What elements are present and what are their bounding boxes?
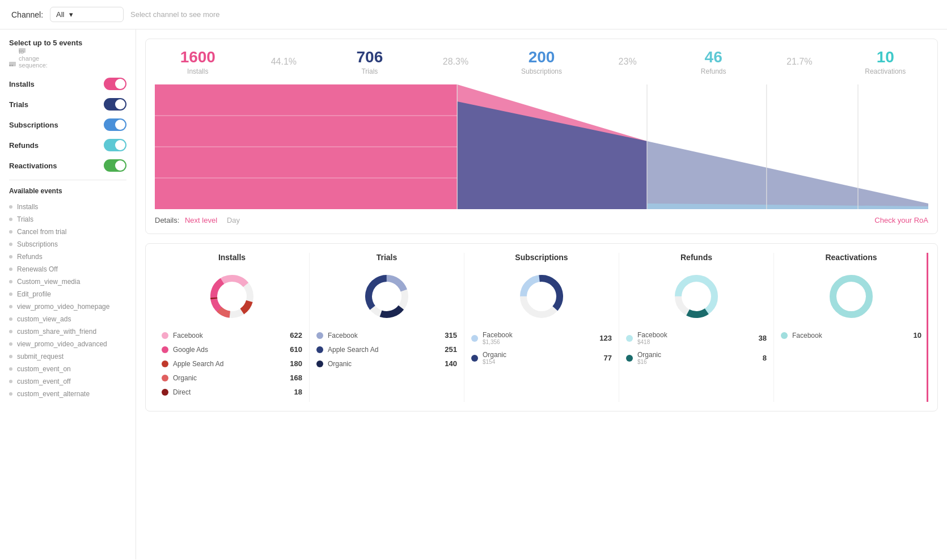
next-level-link[interactable]: Next level (185, 216, 217, 224)
color-dot-3-0 (626, 335, 633, 342)
breakdown-name-1-0: Facebook (328, 332, 358, 340)
svg-point-29 (833, 278, 869, 315)
breakdown-col-subscriptions: Subscriptions Facebook $1,356 123 Organi… (464, 253, 619, 402)
available-events-title: Available events (9, 187, 126, 195)
color-dot-4-0 (781, 332, 788, 339)
breakdown-row-0-1: Google Ads 610 (162, 345, 302, 354)
breakdown-grid: Installs Facebook 622 Google Ads 610 (155, 253, 928, 402)
metric-label-0: Installs (155, 67, 241, 75)
breakdown-title-3: Refunds (626, 253, 767, 262)
metric-block-2: 706 Trials (327, 48, 413, 75)
breakdown-sub-2-0: $1,356 (483, 339, 513, 345)
available-event-renewals-off[interactable]: Renewals Off (9, 263, 126, 275)
top-bar: Channel: All ▾ Select channel to see mor… (0, 0, 947, 29)
available-event-custom_event_alternate[interactable]: custom_event_alternate (9, 388, 126, 400)
available-event-submit_request[interactable]: submit_request (9, 350, 126, 363)
available-event-view_promo_video_homepage[interactable]: view_promo_video_homepage (9, 300, 126, 313)
dot-icon (9, 230, 12, 234)
toggle-subscriptions[interactable] (104, 118, 126, 131)
available-events-list: InstallsTrialsCancel from trialSubscript… (9, 201, 126, 400)
day-link[interactable]: Day (227, 216, 240, 224)
svg-marker-6 (647, 141, 928, 209)
available-event-view_promo_video_advanced[interactable]: view_promo_video_advanced (9, 338, 126, 350)
main-layout: Select up to 5 events ▪▪ to change seque… (0, 29, 947, 559)
breakdown-row-0-4: Direct 18 (162, 388, 302, 396)
breakdown-name-3-0: Facebook (637, 331, 667, 339)
breakdown-name-0-4: Direct (173, 388, 191, 396)
breakdown-row-0-0: Facebook 622 (162, 331, 302, 340)
available-event-trials[interactable]: Trials (9, 213, 126, 226)
metric-label-8: Reactivations (843, 67, 929, 75)
breakdown-count-3-1: 8 (763, 354, 767, 362)
available-event-custom_event_on[interactable]: custom_event_on (9, 363, 126, 375)
channel-hint: Select channel to see more (130, 10, 220, 19)
channel-value: All (56, 10, 64, 19)
breakdown-row-2-0: Facebook $1,356 123 (471, 331, 612, 345)
event-label-0: Installs (9, 80, 35, 88)
metric-pct-1: 44.1% (241, 57, 327, 67)
donut-3 (626, 271, 767, 322)
dot-icon (9, 367, 12, 371)
dot-icon (9, 392, 12, 396)
metric-pct-5: 23% (585, 57, 671, 67)
metric-label-4: Subscriptions (498, 67, 585, 75)
breakdown-row-2-1: Organic $154 77 (471, 351, 612, 365)
available-event-custom_event_off[interactable]: custom_event_off (9, 375, 126, 388)
channel-label: Channel: (11, 10, 43, 19)
available-event-cancel-from-trial[interactable]: Cancel from trial (9, 226, 126, 238)
metric-value-0: 1600 (155, 48, 241, 66)
available-event-refunds[interactable]: Refunds (9, 251, 126, 263)
available-event-subscriptions[interactable]: Subscriptions (9, 238, 126, 251)
color-dot-3-1 (626, 355, 633, 362)
breakdown-title-0: Installs (162, 253, 302, 262)
breakdown-row-1-2: Organic 140 (316, 359, 457, 368)
toggle-refunds[interactable] (104, 139, 126, 151)
funnel-section: 1600 Installs 44.1% 706 Trials 28.3% 200… (145, 39, 938, 234)
chevron-down-icon: ▾ (69, 10, 73, 19)
channel-select[interactable]: All ▾ (50, 7, 124, 22)
available-event-installs[interactable]: Installs (9, 201, 126, 213)
details-row: Details: Next level Day (155, 216, 243, 224)
breakdown-count-0-0: 622 (290, 331, 302, 340)
breakdown-count-0-4: 18 (294, 388, 302, 396)
event-item-installs: Installs (9, 78, 126, 90)
available-event-custom_view_media[interactable]: Custom_view_media (9, 275, 126, 288)
metric-pct-7: 21.7% (756, 57, 843, 67)
breakdown-name-1-1: Apple Search Ad (328, 346, 378, 354)
dot-icon (9, 355, 12, 358)
breakdown-name-2-0: Facebook (483, 331, 513, 339)
toggle-trials[interactable] (104, 98, 126, 111)
content: 1600 Installs 44.1% 706 Trials 28.3% 200… (136, 29, 947, 559)
metric-label-2: Trials (327, 67, 413, 75)
roa-link[interactable]: Check your RoA (874, 216, 928, 224)
metric-block-7: 21.7% (756, 57, 843, 67)
available-event-custom_view_ads[interactable]: custom_view_ads (9, 313, 126, 325)
color-dot-2-1 (471, 355, 478, 362)
donut-1 (316, 271, 457, 322)
color-dot-0-4 (162, 389, 168, 396)
breakdown-row-1-1: Apple Search Ad 251 (316, 345, 457, 354)
breakdown-count-2-0: 123 (599, 334, 612, 342)
color-dot-0-3 (162, 375, 168, 381)
breakdown-section: Installs Facebook 622 Google Ads 610 (145, 243, 938, 411)
color-dot-0-1 (162, 346, 168, 353)
dot-icon (9, 330, 12, 333)
color-dot-0-2 (162, 360, 168, 367)
toggle-installs[interactable] (104, 78, 126, 90)
available-event-edit_profile[interactable]: Edit_profile (9, 288, 126, 300)
breakdown-title-4: Reactivations (781, 253, 921, 262)
breakdown-sub-3-1: $16 (637, 359, 661, 365)
funnel-chart (155, 84, 928, 209)
color-dot-2-0 (471, 335, 478, 342)
funnel-footer: Details: Next level Day Check your RoA (155, 216, 928, 224)
breakdown-row-3-0: Facebook $418 38 (626, 331, 767, 345)
available-event-custom_share_with_friend[interactable]: custom_share_with_friend (9, 325, 126, 338)
toggle-reactivations[interactable] (104, 159, 126, 172)
funnel-metrics: 1600 Installs 44.1% 706 Trials 28.3% 200… (155, 48, 928, 75)
breakdown-row-3-1: Organic $16 8 (626, 351, 767, 365)
breakdown-row-1-0: Facebook 315 (316, 331, 457, 340)
dot-icon (9, 243, 12, 246)
breakdown-name-3-1: Organic (637, 351, 661, 359)
breakdown-name-1-2: Organic (328, 360, 352, 368)
color-dot-1-2 (316, 360, 323, 367)
